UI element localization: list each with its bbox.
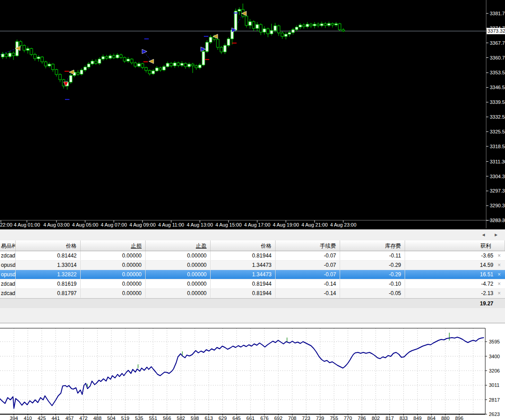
trade-axis-label: 723	[302, 416, 310, 420]
cell-price2: 0.81944	[211, 289, 276, 298]
candle	[55, 69, 58, 74]
price-axis-label: 3297.30	[490, 188, 505, 193]
candle	[141, 64, 144, 67]
candle	[170, 63, 173, 66]
table-row[interactable]: zdcad0.814420.000000.000000.81944-0.07-0…	[0, 251, 505, 261]
entry-level-mark	[144, 39, 149, 39]
trade-axis-label: 708	[288, 416, 296, 420]
candle	[328, 24, 330, 26]
candlestick-chart-canvas[interactable]: 3381.703374.703367.703360.703353.503346.…	[0, 0, 505, 229]
candle	[249, 21, 251, 25]
table-row[interactable]: zdcad0.817970.000000.000000.81944-0.14-0…	[0, 289, 505, 298]
trade-axis-label: 896	[455, 416, 463, 420]
candle	[159, 68, 162, 70]
cell-price2: 1.34473	[211, 270, 276, 279]
cell-swap: -0.10	[340, 279, 405, 288]
trade-axis-label: 802	[371, 416, 380, 420]
table-row[interactable]: opusd1.330140.000000.000001.34473-0.07-0…	[0, 261, 505, 270]
price-axis-label: 3325.50	[490, 129, 505, 134]
cell-tp: 0.00000	[146, 279, 211, 288]
candle	[216, 39, 219, 47]
cell-sl: 0.00000	[81, 251, 146, 260]
close-position-icon[interactable]: ×	[493, 251, 505, 261]
time-axis-label: 4 Aug 07:00	[101, 222, 127, 227]
positions-table-header[interactable]: 易品种价格止损止盈价格手续费库存费获利	[0, 240, 505, 251]
close-position-icon[interactable]: ×	[493, 279, 505, 289]
chart-horizontal-scrollbar[interactable]: ◀ ▶	[0, 229, 505, 240]
trade-axis-label: 551	[149, 416, 157, 420]
panel-gap	[0, 308, 505, 324]
positions-total-row: 19.27	[0, 298, 505, 308]
candle	[335, 24, 337, 25]
time-axis-label: 4 Aug 01:00	[14, 222, 40, 227]
column-header[interactable]: 易品种	[0, 240, 16, 251]
price-axis-label: 3311.30	[490, 159, 505, 164]
close-position-icon[interactable]: ×	[493, 261, 505, 270]
candle	[338, 24, 341, 30]
candle	[30, 48, 33, 54]
column-header[interactable]: 获利	[405, 240, 505, 251]
trade-axis-label: 786	[358, 416, 366, 420]
cell-tp: 0.00000	[146, 261, 211, 270]
cell-swap: -0.29	[340, 270, 405, 279]
close-position-icon[interactable]: ×	[493, 270, 505, 279]
cell-price2: 1.34473	[211, 261, 276, 270]
candle	[306, 24, 309, 27]
price-axis-label: 3290.30	[490, 203, 505, 208]
candle	[52, 64, 54, 69]
cell-symbol: zdcad	[0, 279, 16, 288]
balance-curve-chart[interactable]: 3944104254414574724885045195355515665825…	[0, 323, 505, 420]
candle	[91, 61, 94, 64]
column-header[interactable]: 价格	[211, 240, 276, 251]
time-axis-label: 4 Aug 23:00	[330, 222, 357, 227]
table-row[interactable]: zdcad0.816190.000000.000000.81944-0.14-0…	[0, 279, 505, 289]
entry-level-mark	[65, 99, 69, 100]
cell-commission: -0.07	[276, 270, 340, 279]
candle	[23, 45, 26, 50]
price-axis-label: 3360.70	[490, 55, 505, 60]
price-axis-label: 3339.50	[490, 99, 505, 105]
candle	[274, 26, 276, 30]
column-header[interactable]: 止损	[81, 240, 146, 251]
candle	[116, 55, 119, 58]
candle	[152, 71, 155, 74]
cell-commission: -0.14	[276, 279, 340, 288]
balance-curve-canvas[interactable]: 3944104254414574724885045195355515665825…	[0, 323, 505, 420]
candle	[184, 63, 187, 67]
candle	[105, 56, 108, 58]
cell-price: 0.81619	[16, 279, 81, 288]
column-header[interactable]: 库存费	[340, 240, 405, 251]
candle	[112, 56, 115, 58]
time-axis-label: 4 Aug 17:00	[244, 222, 271, 227]
open-positions-table: 易品种价格止损止盈价格手续费库存费获利 zdcad0.814420.000000…	[0, 240, 505, 308]
time-axis-label: 4 Aug 19:00	[273, 222, 299, 227]
entry-level-mark	[233, 13, 238, 13]
time-axis-label: 4 Aug 03:00	[43, 222, 70, 227]
trade-axis-label: 755	[330, 416, 338, 420]
candlestick-chart[interactable]: 3381.703374.703367.703360.703353.503346.…	[0, 0, 505, 229]
candle	[238, 9, 241, 11]
column-header[interactable]: 止盈	[146, 240, 211, 251]
candle	[299, 25, 302, 27]
stop-level-mark	[65, 71, 69, 72]
close-position-icon[interactable]: ×	[493, 289, 505, 298]
column-header[interactable]: 价格	[16, 240, 81, 251]
trade-axis-label: 676	[260, 416, 268, 420]
candle	[195, 66, 198, 68]
candle	[84, 67, 86, 70]
candle	[1, 54, 4, 57]
column-header[interactable]: 手续费	[276, 240, 340, 251]
candle	[202, 51, 205, 65]
cell-swap: -0.11	[340, 251, 405, 260]
candle	[19, 42, 22, 45]
candle	[80, 70, 83, 74]
table-row[interactable]: opusd1.328220.000000.000001.34473-0.07-0…	[0, 270, 505, 279]
scroll-left-icon[interactable]: ◀	[480, 232, 487, 238]
cell-profit: -4.72	[481, 279, 493, 289]
time-axis-label: 4 Aug 15:00	[216, 222, 242, 227]
candle	[310, 24, 312, 26]
price-axis-label: 3353.50	[490, 70, 505, 75]
candle	[102, 56, 104, 59]
candle	[302, 25, 305, 27]
scroll-right-icon[interactable]: ▶	[492, 232, 500, 238]
